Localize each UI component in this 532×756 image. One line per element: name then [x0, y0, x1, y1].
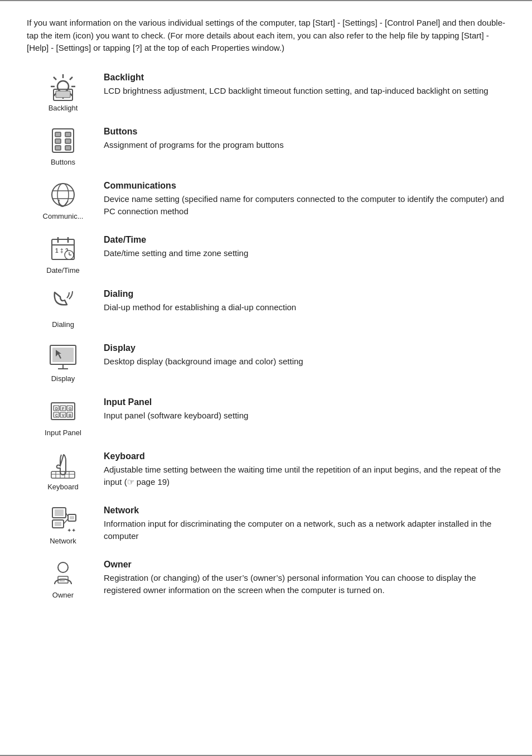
desc-col-keyboard: Keyboard Adjustable time setting between…	[99, 449, 505, 489]
datetime-label: Date/Time	[46, 266, 79, 275]
backlight-label: Backlight	[49, 104, 78, 112]
icon-col-network: ✦ ✦ Network	[27, 503, 99, 545]
desc-col-display: Display Desktop display (background imag…	[99, 341, 505, 368]
communications-label: Communic...	[43, 212, 84, 220]
svg-line-63	[64, 519, 68, 524]
keyboard-label: Keyboard	[47, 483, 79, 491]
buttons-icon	[48, 126, 78, 156]
display-desc: Desktop display (background image and co…	[104, 355, 505, 368]
backlight-icon	[48, 71, 78, 102]
svg-text:1: 1	[55, 248, 59, 254]
inputpanel-title: Input Panel	[104, 397, 505, 407]
svg-text:F: F	[62, 407, 65, 411]
svg-rect-15	[65, 139, 71, 143]
display-label: Display	[51, 374, 75, 383]
svg-point-66	[58, 562, 68, 572]
keyboard-icon	[48, 450, 78, 480]
svg-rect-12	[55, 132, 61, 137]
dialing-title: Dialing	[104, 289, 505, 299]
svg-point-8	[57, 81, 69, 92]
setting-item-datetime: 1 ‡ 2 Date/Time Date/Time Date/time sett…	[27, 233, 505, 275]
intro-text: If you want information on the various i…	[27, 17, 505, 55]
svg-rect-16	[55, 146, 61, 150]
setting-item-inputpanel: D F G C V B Input Panel Input Panel	[27, 395, 505, 437]
svg-text:‡: ‡	[60, 248, 64, 254]
owner-title: Owner	[104, 560, 505, 570]
network-label: Network	[50, 537, 76, 545]
setting-item-communications: Communic... Communications Device name s…	[27, 179, 505, 220]
inputpanel-desc: Input panel (software keyboard) setting	[104, 410, 505, 422]
icon-col-display: Display	[27, 341, 99, 383]
keyboard-title: Keyboard	[104, 451, 505, 461]
inputpanel-label: Input Panel	[45, 428, 81, 437]
svg-point-18	[52, 184, 74, 206]
setting-item-dialing: Dialing Dialing Dial-up method for estab…	[27, 287, 505, 329]
icon-col-inputpanel: D F G C V B Input Panel	[27, 395, 99, 437]
network-title: Network	[104, 505, 505, 516]
display-title: Display	[104, 343, 505, 353]
buttons-title: Buttons	[104, 127, 505, 137]
setting-item-display: Display Display Desktop display (backgro…	[27, 341, 505, 383]
svg-rect-61	[70, 516, 74, 519]
dialing-desc: Dial-up method for establishing a dial-u…	[104, 301, 505, 314]
svg-text:B: B	[69, 413, 71, 417]
icon-col-owner: Owner	[27, 557, 99, 599]
communications-desc: Device name setting (specified name for …	[104, 193, 505, 218]
communications-icon	[48, 180, 78, 210]
desc-col-backlight: Backlight LCD brightness adjustment, LCD…	[99, 70, 505, 98]
svg-rect-13	[65, 132, 71, 137]
svg-line-6	[70, 77, 72, 80]
desc-col-network: Network Information input for discrimina…	[99, 503, 505, 543]
svg-rect-17	[65, 146, 71, 150]
desc-col-owner: Owner Registration (or changing) of the …	[99, 557, 505, 597]
datetime-desc: Date/time setting and time zone setting	[104, 247, 505, 260]
desc-col-datetime: Date/Time Date/time setting and time zon…	[99, 233, 505, 260]
setting-item-network: ✦ ✦ Network Network Information input fo…	[27, 503, 505, 545]
icon-col-keyboard: Keyboard	[27, 449, 99, 491]
desc-col-inputpanel: Input Panel Input panel (software keyboa…	[99, 395, 505, 422]
network-desc: Information input for discriminating the…	[104, 518, 505, 543]
buttons-desc: Assignment of programs for the program b…	[104, 139, 505, 152]
setting-item-keyboard: Keyboard Keyboard Adjustable time settin…	[27, 449, 505, 491]
svg-text:✦: ✦	[71, 527, 76, 533]
setting-item-backlight: Backlight Backlight LCD brightness adjus…	[27, 70, 505, 112]
backlight-desc: LCD brightness adjustment, LCD backlight…	[104, 85, 505, 98]
svg-rect-33	[52, 348, 74, 362]
setting-item-buttons: Buttons Buttons Assignment of programs f…	[27, 124, 505, 166]
svg-rect-59	[55, 522, 61, 526]
icon-col-dialing: Dialing	[27, 287, 99, 329]
svg-rect-57	[55, 509, 64, 516]
desc-col-communications: Communications Device name setting (spec…	[99, 179, 505, 218]
owner-icon	[48, 558, 78, 589]
svg-text:G: G	[69, 407, 72, 411]
dialing-label: Dialing	[52, 320, 74, 329]
icon-col-buttons: Buttons	[27, 124, 99, 166]
backlight-title: Backlight	[104, 73, 505, 83]
network-icon: ✦ ✦	[48, 504, 78, 535]
svg-text:C: C	[55, 413, 58, 417]
icon-col-backlight: Backlight	[27, 70, 99, 112]
datetime-icon: 1 ‡ 2	[48, 234, 78, 264]
svg-rect-10	[56, 91, 70, 98]
desc-col-buttons: Buttons Assignment of programs for the p…	[99, 124, 505, 152]
communications-title: Communications	[104, 181, 505, 191]
owner-desc: Registration (or changing) of the user’s…	[104, 572, 505, 597]
dialing-icon	[48, 288, 78, 318]
page-container: If you want information on the various i…	[0, 0, 532, 756]
desc-col-dialing: Dialing Dial-up method for establishing …	[99, 287, 505, 314]
svg-text:D: D	[55, 407, 58, 411]
settings-list: Backlight Backlight LCD brightness adjus…	[27, 70, 505, 611]
datetime-title: Date/Time	[104, 235, 505, 245]
icon-col-communications: Communic...	[27, 179, 99, 220]
display-icon	[48, 342, 78, 372]
inputpanel-icon: D F G C V B	[48, 396, 78, 426]
svg-text:✦: ✦	[67, 527, 71, 533]
owner-label: Owner	[52, 591, 74, 599]
keyboard-desc: Adjustable time setting between the wait…	[104, 464, 505, 489]
svg-text:V: V	[62, 413, 65, 417]
buttons-label: Buttons	[51, 158, 75, 166]
svg-line-4	[54, 77, 56, 80]
setting-item-owner: Owner Owner Registration (or changing) o…	[27, 557, 505, 599]
svg-rect-14	[55, 139, 61, 143]
icon-col-datetime: 1 ‡ 2 Date/Time	[27, 233, 99, 275]
